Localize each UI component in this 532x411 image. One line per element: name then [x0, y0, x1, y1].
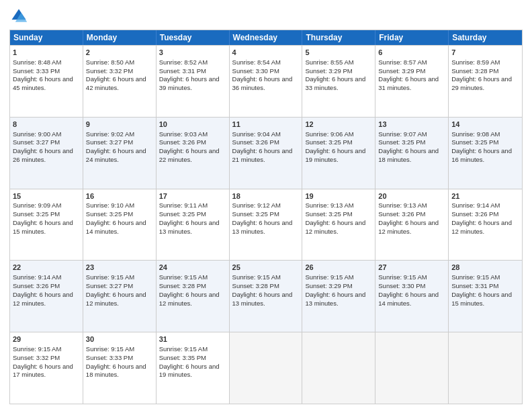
sunrise: Sunrise: 9:15 AM — [305, 273, 353, 281]
logo — [9, 7, 31, 26]
sunrise: Sunrise: 8:48 AM — [13, 58, 61, 66]
day-cell-29: 29Sunrise: 9:15 AMSunset: 3:32 PMDayligh… — [10, 332, 83, 404]
day-number: 12 — [305, 120, 372, 130]
daylight: Daylight: 6 hours and 13 minutes. — [232, 291, 293, 307]
daylight: Daylight: 6 hours and 31 minutes. — [378, 75, 439, 91]
daylight: Daylight: 6 hours and 22 minutes. — [159, 147, 220, 163]
empty-cell — [375, 332, 449, 404]
daylight: Daylight: 6 hours and 45 minutes. — [13, 75, 73, 91]
day-number: 2 — [86, 48, 153, 58]
day-number: 19 — [305, 191, 372, 201]
calendar-week-2: 8Sunrise: 9:00 AMSunset: 3:27 PMDaylight… — [10, 117, 522, 189]
sunset: Sunset: 3:28 PM — [159, 282, 206, 289]
day-number: 5 — [305, 48, 372, 58]
sunset: Sunset: 3:26 PM — [378, 210, 425, 218]
day-number: 28 — [451, 263, 519, 273]
daylight: Daylight: 6 hours and 14 minutes. — [378, 291, 439, 307]
day-number: 22 — [13, 263, 80, 273]
day-cell-3: 3Sunrise: 8:52 AMSunset: 3:31 PMDaylight… — [157, 46, 230, 117]
sunrise: Sunrise: 9:13 AM — [378, 201, 427, 209]
sunset: Sunset: 3:27 PM — [86, 282, 133, 289]
sunset: Sunset: 3:25 PM — [378, 138, 425, 146]
day-number: 29 — [13, 334, 80, 345]
day-cell-16: 16Sunrise: 9:10 AMSunset: 3:25 PMDayligh… — [83, 189, 157, 261]
empty-cell — [230, 332, 303, 404]
sunrise: Sunrise: 9:09 AM — [13, 201, 61, 209]
sunset: Sunset: 3:25 PM — [159, 210, 206, 218]
header-day-monday: Monday — [83, 30, 157, 45]
sunrise: Sunrise: 8:52 AM — [159, 58, 208, 66]
sunrise: Sunrise: 9:15 AM — [378, 273, 427, 281]
sunset: Sunset: 3:30 PM — [232, 67, 279, 75]
daylight: Daylight: 6 hours and 13 minutes. — [232, 219, 293, 235]
day-number: 4 — [232, 48, 300, 58]
day-number: 20 — [378, 191, 445, 201]
sunrise: Sunrise: 9:14 AM — [451, 201, 500, 209]
day-number: 10 — [159, 120, 226, 130]
sunset: Sunset: 3:25 PM — [86, 210, 133, 218]
sunrise: Sunrise: 9:15 AM — [451, 273, 500, 281]
daylight: Daylight: 6 hours and 39 minutes. — [159, 75, 220, 91]
day-cell-30: 30Sunrise: 9:15 AMSunset: 3:33 PMDayligh… — [83, 332, 157, 404]
sunrise: Sunrise: 8:50 AM — [86, 58, 134, 66]
empty-cell — [302, 332, 375, 404]
day-cell-26: 26Sunrise: 9:15 AMSunset: 3:29 PMDayligh… — [302, 261, 375, 332]
daylight: Daylight: 6 hours and 17 minutes. — [13, 363, 73, 379]
day-cell-9: 9Sunrise: 9:02 AMSunset: 3:27 PMDaylight… — [83, 118, 157, 189]
sunrise: Sunrise: 8:54 AM — [232, 58, 281, 66]
day-number: 8 — [13, 120, 80, 130]
calendar-week-4: 22Sunrise: 9:14 AMSunset: 3:26 PMDayligh… — [10, 260, 522, 332]
day-cell-13: 13Sunrise: 9:07 AMSunset: 3:25 PMDayligh… — [375, 118, 449, 189]
daylight: Daylight: 6 hours and 13 minutes. — [159, 219, 220, 235]
daylight: Daylight: 6 hours and 12 minutes. — [13, 291, 73, 307]
day-number: 30 — [86, 334, 153, 345]
sunset: Sunset: 3:33 PM — [86, 354, 133, 361]
sunrise: Sunrise: 8:55 AM — [305, 58, 353, 66]
sunrise: Sunrise: 9:06 AM — [305, 130, 353, 138]
sunset: Sunset: 3:28 PM — [232, 282, 279, 289]
daylight: Daylight: 6 hours and 36 minutes. — [232, 75, 293, 91]
header-day-friday: Friday — [375, 30, 449, 45]
header-day-tuesday: Tuesday — [157, 30, 230, 45]
calendar-week-5: 29Sunrise: 9:15 AMSunset: 3:32 PMDayligh… — [10, 332, 522, 404]
day-number: 9 — [86, 120, 153, 130]
day-cell-14: 14Sunrise: 9:08 AMSunset: 3:25 PMDayligh… — [449, 118, 522, 189]
daylight: Daylight: 6 hours and 12 minutes. — [451, 219, 512, 235]
calendar-body: 1Sunrise: 8:48 AMSunset: 3:33 PMDaylight… — [10, 45, 522, 404]
sunset: Sunset: 3:30 PM — [378, 282, 425, 289]
sunrise: Sunrise: 9:00 AM — [13, 130, 61, 138]
calendar-week-1: 1Sunrise: 8:48 AMSunset: 3:33 PMDaylight… — [10, 45, 522, 117]
day-cell-20: 20Sunrise: 9:13 AMSunset: 3:26 PMDayligh… — [375, 189, 449, 261]
day-cell-8: 8Sunrise: 9:00 AMSunset: 3:27 PMDaylight… — [10, 118, 83, 189]
day-number: 14 — [451, 120, 519, 130]
sunset: Sunset: 3:29 PM — [305, 282, 352, 289]
daylight: Daylight: 6 hours and 26 minutes. — [13, 147, 73, 163]
sunset: Sunset: 3:26 PM — [451, 210, 498, 218]
day-number: 24 — [159, 263, 226, 273]
page: SundayMondayTuesdayWednesdayThursdayFrid… — [0, 0, 532, 411]
day-number: 7 — [451, 48, 519, 58]
calendar: SundayMondayTuesdayWednesdayThursdayFrid… — [9, 30, 523, 404]
day-cell-28: 28Sunrise: 9:15 AMSunset: 3:31 PMDayligh… — [449, 261, 522, 332]
header-day-thursday: Thursday — [302, 30, 375, 45]
logo-icon — [9, 7, 28, 26]
sunrise: Sunrise: 9:10 AM — [86, 201, 134, 209]
sunrise: Sunrise: 9:15 AM — [159, 273, 208, 281]
daylight: Daylight: 6 hours and 33 minutes. — [305, 75, 365, 91]
sunset: Sunset: 3:25 PM — [13, 210, 60, 218]
header-day-wednesday: Wednesday — [230, 30, 303, 45]
daylight: Daylight: 6 hours and 15 minutes. — [451, 291, 512, 307]
sunrise: Sunrise: 9:15 AM — [86, 345, 134, 353]
sunrise: Sunrise: 9:11 AM — [159, 201, 208, 209]
sunrise: Sunrise: 9:02 AM — [86, 130, 134, 138]
daylight: Daylight: 6 hours and 21 minutes. — [232, 147, 293, 163]
day-number: 31 — [159, 334, 226, 345]
sunset: Sunset: 3:31 PM — [159, 67, 206, 75]
day-cell-17: 17Sunrise: 9:11 AMSunset: 3:25 PMDayligh… — [157, 189, 230, 261]
calendar-header-row: SundayMondayTuesdayWednesdayThursdayFrid… — [10, 30, 522, 45]
day-cell-23: 23Sunrise: 9:15 AMSunset: 3:27 PMDayligh… — [83, 261, 157, 332]
sunset: Sunset: 3:25 PM — [305, 210, 352, 218]
sunset: Sunset: 3:32 PM — [13, 354, 60, 361]
day-cell-1: 1Sunrise: 8:48 AMSunset: 3:33 PMDaylight… — [10, 46, 83, 117]
day-cell-31: 31Sunrise: 9:15 AMSunset: 3:35 PMDayligh… — [157, 332, 230, 404]
